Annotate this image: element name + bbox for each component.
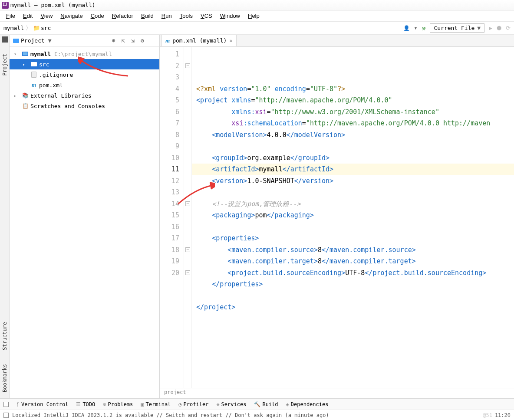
status-message[interactable]: Localized IntelliJ IDEA 2023.1.2 is avai… [12,412,329,418]
select-opened-file-icon[interactable]: ⊕ [110,37,118,44]
line-gutter[interactable]: 1234567891011121314151617181920 [160,47,184,388]
menu-view[interactable]: View [37,12,56,20]
fold-column[interactable]: –––– [184,47,192,388]
bottom-tab-services[interactable]: ❖Services [216,401,246,407]
tree-gitignore-label: .gitignore [39,72,73,78]
tree-pom-label: pom.xml [39,82,63,89]
run-config-label: Current File [434,25,474,31]
chevron-right-icon[interactable]: ▸ [14,93,20,98]
hide-icon[interactable]: — [148,37,156,44]
left-tool-strip: Project Structure Bookmarks [0,35,10,398]
breadcrumb[interactable]: mymall 〉 📁 src [3,24,51,32]
editor[interactable]: 1234567891011121314151617181920 –––– 💡 <… [160,47,514,388]
bottom-tab-problems[interactable]: ⊘Problems [103,401,133,407]
app-icon [2,2,9,9]
tree-gitignore[interactable]: .gitignore [10,69,159,80]
code-content[interactable]: 💡 <?xml version="1.0" encoding="UTF-8"?>… [192,47,514,388]
debug-icon[interactable]: ⬢ [497,25,501,31]
cursor-position[interactable]: 11:20 [495,412,511,418]
editor-tabbar: m pom.xml (mymall) × [160,35,514,47]
tree-src-label: src [39,61,49,68]
menu-code[interactable]: Code [87,12,108,20]
project-pane-header: Project ▼ ⊕ ⇱ ⇲ ⚙ — [10,35,159,47]
tree-root-path: E:\project\mymall [54,51,112,57]
user-icon[interactable] [403,25,410,31]
tree-src[interactable]: ▸ src [10,59,159,69]
chevron-down-icon[interactable]: ▾ [14,52,20,56]
tree-scratches[interactable]: Scratches and Consoles [10,101,159,111]
run-icon[interactable]: ▶ [489,25,492,31]
menu-navigate[interactable]: Navigate [57,12,86,20]
tab-structure[interactable]: Structure [1,319,9,353]
collapse-all-icon[interactable]: ⇲ [129,37,137,44]
tree-external-libraries[interactable]: ▸ External Libraries [10,90,159,101]
tree-external-libraries-label: External Libraries [30,92,92,99]
more-run-icon[interactable]: ⟳ [506,25,511,31]
library-icon [22,92,29,98]
editor-breadcrumb[interactable]: project [160,388,514,398]
maven-file-icon: m [165,37,170,44]
status-icon[interactable] [3,413,9,418]
crumb-root[interactable]: mymall [3,25,24,31]
menu-build[interactable]: Build [138,12,157,20]
editor-breadcrumb-label: project [164,389,186,395]
file-icon [31,72,36,78]
tree-root-label: mymall [30,51,51,57]
editor-tab-label: pom.xml (mymall) [172,37,227,44]
tab-bookmarks[interactable]: Bookmarks [1,361,9,395]
expand-all-icon[interactable]: ⇱ [119,37,127,44]
navbar: mymall 〉 📁 src ▾ ⚒ Current File ▼ ▶ ⬢ ⟳ [0,22,514,35]
menu-tools[interactable]: Tools [176,12,196,20]
run-config-selector[interactable]: Current File ▼ [430,23,484,33]
chevron-down-icon[interactable]: ▼ [48,37,52,44]
editor-tab[interactable]: m pom.xml (mymall) × [161,35,237,46]
tool-windows-icon[interactable] [3,402,9,407]
menu-refactor[interactable]: Refactor [109,12,137,20]
menu-vcs[interactable]: VCS [197,12,216,20]
bottom-tab-terminal[interactable]: ▣Terminal [141,401,171,407]
maven-file-icon: m [30,82,37,88]
tree-scratches-label: Scratches and Consoles [30,103,105,109]
titlebar: mymall – pom.xml (mymall) [0,0,514,10]
menu-run[interactable]: Run [158,12,175,20]
editor-area: m pom.xml (mymall) × 1234567891011121314… [160,35,514,398]
menu-edit[interactable]: Edit [20,12,36,20]
close-icon[interactable]: × [229,37,233,44]
project-pane-title[interactable]: Project [21,37,45,44]
bottom-tab-todo[interactable]: ☰TODO [76,401,95,407]
tab-project[interactable]: Project [1,51,9,79]
statusbar: Localized IntelliJ IDEA 2023.1.2 is avai… [0,410,514,420]
menu-help[interactable]: Help [244,12,263,20]
chevron-right-icon[interactable]: ▸ [23,62,29,67]
bottom-tab-build[interactable]: 🔨Build [254,401,278,407]
folder-icon [31,62,37,66]
tree-pom[interactable]: m pom.xml [10,80,159,90]
crumb-src[interactable]: src [41,25,51,31]
bottom-tab-profiler[interactable]: ◔Profiler [178,401,208,407]
menu-file[interactable]: File [3,12,19,20]
settings-icon[interactable]: ⚙ [138,37,146,44]
crumb-sep: 〉 [26,24,31,32]
project-strip-icon[interactable] [2,36,8,43]
bottom-toolbar: ᚶVersion Control☰TODO⊘Problems▣Terminal◔… [0,398,514,410]
project-tree[interactable]: ▾ mymall E:\project\mymall ▸ src .gitign… [10,47,159,398]
window-title: mymall – pom.xml (mymall) [10,2,96,8]
watermark: @51 [483,412,492,418]
menubar: FileEditViewNavigateCodeRefactorBuildRun… [0,10,514,22]
menu-window[interactable]: Window [217,12,244,20]
bottom-tab-version-control[interactable]: ᚶVersion Control [16,401,68,407]
tree-root[interactable]: ▾ mymall E:\project\mymall [10,49,159,59]
project-pane: Project ▼ ⊕ ⇱ ⇲ ⚙ — ▾ mymall E:\project\… [10,35,160,398]
hammer-icon[interactable]: ⚒ [422,24,425,32]
module-icon [22,52,28,56]
project-view-icon [13,39,19,43]
bottom-tab-dependencies[interactable]: ◈Dependencies [286,401,329,407]
scratch-icon [22,103,29,109]
